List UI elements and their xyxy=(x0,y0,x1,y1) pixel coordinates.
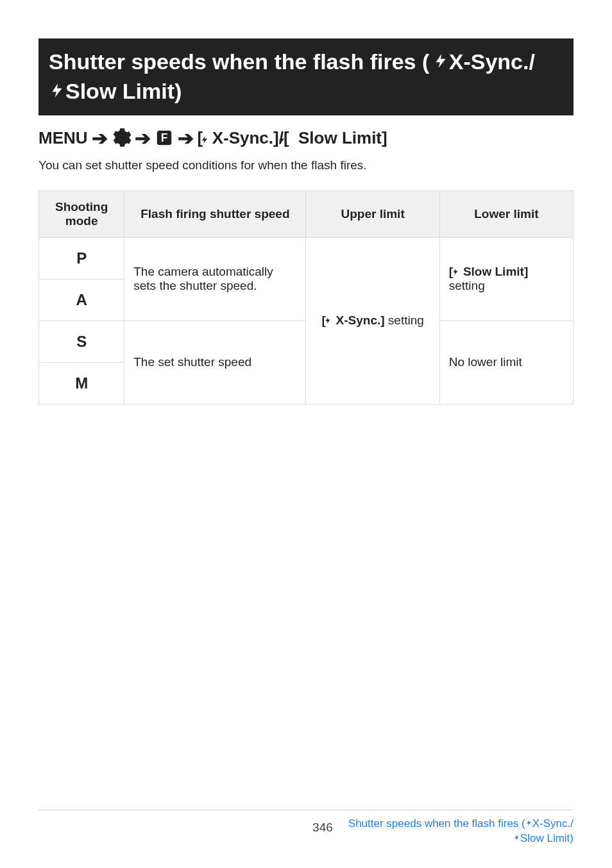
page-footer: 346 Shutter speeds when the flash fires … xyxy=(38,810,574,846)
col-lower: Lower limit xyxy=(439,190,573,237)
lower-limit-sm: No lower limit xyxy=(439,321,573,404)
title-part1: Shutter speeds when the flash fires ( xyxy=(49,49,429,74)
mode-m: M xyxy=(39,362,124,404)
shutter-speed-table: Shooting mode Flash firing shutter speed… xyxy=(38,190,574,405)
menu-setting: [ X-Sync.]/[ Slow Limit] xyxy=(198,128,387,147)
flash-icon xyxy=(49,90,65,101)
table-header-row: Shooting mode Flash firing shutter speed… xyxy=(39,190,574,237)
lower-limit-pa: [ Slow Limit] setting xyxy=(439,237,573,321)
menu-label: MENU xyxy=(38,128,88,148)
flash-speed-pa: The camera automatically sets the shutte… xyxy=(124,237,306,321)
mode-p: P xyxy=(39,237,124,279)
gear-icon xyxy=(112,128,131,147)
description-text: You can set shutter speed conditions for… xyxy=(38,158,574,172)
flash-icon xyxy=(277,130,286,150)
mode-a: A xyxy=(39,279,124,321)
svg-text:F: F xyxy=(160,132,167,145)
f-tab-icon: F xyxy=(155,128,174,147)
title-xsync: X-Sync./ xyxy=(449,49,535,74)
flash-icon xyxy=(525,817,532,830)
upper-limit-cell: [ X-Sync.] setting xyxy=(306,237,439,404)
footer-divider xyxy=(38,810,574,810)
mode-s: S xyxy=(39,321,124,362)
page-number: 346 xyxy=(312,817,348,835)
menu-path: MENU ➔ ➔ F ➔ [ X-Sync.]/[ Slow Limit] xyxy=(38,127,574,149)
flash-icon xyxy=(452,266,459,280)
flash-icon xyxy=(432,60,449,71)
arrow-right-icon: ➔ xyxy=(135,127,151,149)
footer-section-link[interactable]: Shutter speeds when the flash fires (X-S… xyxy=(348,817,574,846)
flash-speed-sm: The set shutter speed xyxy=(124,321,306,404)
col-shooting-mode: Shooting mode xyxy=(39,190,124,237)
flash-icon xyxy=(200,130,209,150)
arrow-right-icon: ➔ xyxy=(92,127,108,149)
col-flash-speed: Flash firing shutter speed xyxy=(124,190,306,237)
title-slow: Slow Limit) xyxy=(65,79,182,103)
flash-icon xyxy=(324,315,332,329)
flash-icon xyxy=(513,832,520,844)
arrow-right-icon: ➔ xyxy=(178,127,194,149)
page-title: Shutter speeds when the flash fires ( X-… xyxy=(38,38,574,115)
col-upper: Upper limit xyxy=(306,190,439,237)
table-row: P The camera automatically sets the shut… xyxy=(39,237,574,279)
